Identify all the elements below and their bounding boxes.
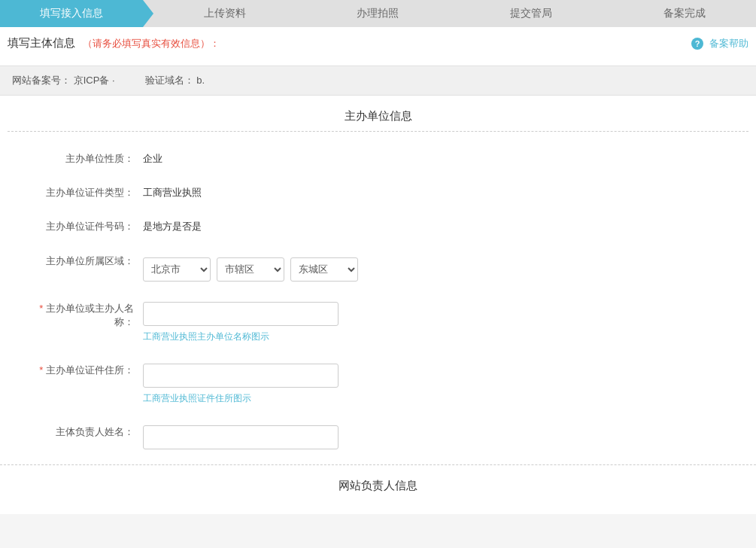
input-cert-address[interactable] xyxy=(143,364,339,388)
label-cert-type: 主办单位证件类型： xyxy=(30,181,143,199)
value-org-type: 企业 xyxy=(143,147,741,166)
domain-label: 验证域名： xyxy=(145,75,194,86)
progress-step-4: 提交管局 xyxy=(449,0,603,27)
select-province[interactable]: 北京市 xyxy=(143,257,211,282)
label-responsible-name: 主体负责人姓名： xyxy=(30,420,143,439)
label-cert-address: 主办单位证件住所： xyxy=(30,358,143,377)
form-row-org-type: 主办单位性质： 企业 xyxy=(0,139,756,173)
page-title: 填写主体信息 xyxy=(8,36,75,49)
progress-bar: 填写接入信息 上传资料 办理拍照 提交管局 备案完成 xyxy=(0,0,756,27)
label-org-type: 主办单位性质： xyxy=(30,147,143,166)
form-row-cert-type: 主办单位证件类型： 工商营业执照 xyxy=(0,173,756,207)
value-responsible-name xyxy=(143,420,741,449)
link-cert-address-help[interactable]: 工商营业执照证件住所图示 xyxy=(143,392,741,405)
input-responsible-name[interactable] xyxy=(143,425,339,449)
progress-step-1: 填写接入信息 xyxy=(0,0,143,27)
value-org-name: 工商营业执照主办单位名称图示 xyxy=(143,297,741,343)
label-region: 主办单位所属区域： xyxy=(30,249,143,268)
main-content: 主办单位信息 主办单位性质： 企业 主办单位证件类型： 工商营业执照 主办单位证… xyxy=(0,96,756,514)
progress-step-2: 上传资料 xyxy=(143,0,296,27)
dropdown-group: 北京市 市辖区 东城区 xyxy=(143,254,741,282)
icp-number-group: 网站备案号： 京ICP备 · xyxy=(12,74,115,87)
value-cert-number: 是地方是否是 xyxy=(143,215,741,233)
page-title-group: 填写主体信息 （请务必填写真实有效信息）： xyxy=(8,36,220,50)
section-title: 主办单位信息 xyxy=(0,96,756,131)
select-district[interactable]: 东城区 xyxy=(290,257,358,282)
help-icon: ? xyxy=(691,38,703,50)
value-cert-type: 工商营业执照 xyxy=(143,181,741,199)
icp-value: 京ICP备 · xyxy=(74,75,115,86)
icp-label: 网站备案号： xyxy=(12,75,71,86)
value-region: 北京市 市辖区 东城区 xyxy=(143,249,741,282)
label-cert-number: 主办单位证件号码： xyxy=(30,215,143,233)
form-row-cert-number: 主办单位证件号码： 是地方是否是 xyxy=(0,207,756,241)
form-row-responsible-name: 主体负责人姓名： xyxy=(0,413,756,457)
progress-step-5: 备案完成 xyxy=(603,0,756,27)
input-org-name[interactable] xyxy=(143,302,339,326)
progress-step-3: 办理拍照 xyxy=(296,0,450,27)
label-org-name: 主办单位或主办人名称： xyxy=(30,297,143,329)
domain-value: b. xyxy=(196,75,205,86)
required-note: （请务必填写真实有效信息）： xyxy=(83,38,220,49)
help-link[interactable]: ? 备案帮助 xyxy=(691,37,748,50)
select-city[interactable]: 市辖区 xyxy=(217,257,284,282)
page-header: 填写主体信息 （请务必填写真实有效信息）： ? 备案帮助 xyxy=(0,27,756,65)
section-divider xyxy=(8,131,748,132)
form-row-org-name: 主办单位或主办人名称： 工商营业执照主办单位名称图示 xyxy=(0,289,756,351)
domain-group: 验证域名： b. xyxy=(145,74,205,87)
form-row-cert-address: 主办单位证件住所： 工商营业执照证件住所图示 xyxy=(0,351,756,413)
value-cert-address: 工商营业执照证件住所图示 xyxy=(143,358,741,405)
link-org-name-help[interactable]: 工商营业执照主办单位名称图示 xyxy=(143,330,741,343)
form-row-region: 主办单位所属区域： 北京市 市辖区 东城区 xyxy=(0,242,756,289)
sub-section-title: 网站负责人信息 xyxy=(0,464,756,499)
icp-bar: 网站备案号： 京ICP备 · 验证域名： b. xyxy=(0,65,756,96)
